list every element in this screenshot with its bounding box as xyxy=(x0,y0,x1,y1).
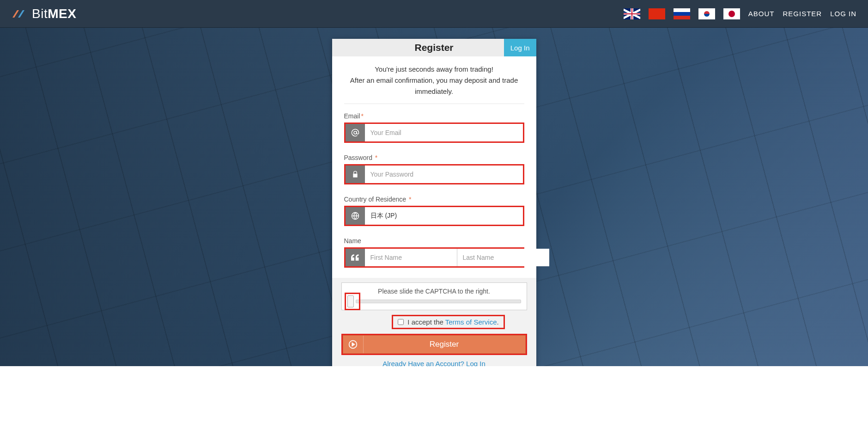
country-select[interactable] xyxy=(365,207,523,225)
nav-login[interactable]: LOG IN xyxy=(830,10,856,18)
intro-text: You're just seconds away from trading! A… xyxy=(344,64,524,104)
logo-mark-icon xyxy=(12,7,28,20)
tos-row: I accept the Terms of Service. xyxy=(392,315,504,329)
captcha-box: Please slide the CAPTCHA to the right. xyxy=(341,282,527,310)
already-link[interactable]: Already Have an Account? Log In xyxy=(382,360,486,366)
captcha-text: Please slide the CAPTCHA to the right. xyxy=(347,288,521,295)
play-circle-icon xyxy=(343,336,364,353)
flag-jp-icon[interactable] xyxy=(723,8,740,19)
nav-right: ABOUT REGISTER LOG IN xyxy=(624,8,856,19)
register-card: Register Log In You're just seconds away… xyxy=(332,39,536,366)
email-input[interactable] xyxy=(365,124,523,141)
logo[interactable]: BitMEX xyxy=(12,6,76,21)
quote-icon xyxy=(346,249,365,266)
country-label: Country of Residence * xyxy=(344,196,524,203)
lock-icon xyxy=(346,166,365,183)
tos-checkbox[interactable] xyxy=(398,319,404,325)
first-name-input[interactable] xyxy=(365,249,457,266)
flag-cn-icon[interactable] xyxy=(649,8,665,19)
flag-kr-icon[interactable] xyxy=(698,8,715,19)
flag-ru-icon[interactable] xyxy=(674,8,690,19)
email-label: Email* xyxy=(344,112,524,120)
register-button[interactable]: Register xyxy=(343,335,526,354)
svg-point-0 xyxy=(354,131,357,134)
hero-background: Register Log In You're just seconds away… xyxy=(0,28,868,366)
captcha-track xyxy=(356,300,521,303)
last-name-input[interactable] xyxy=(457,249,549,266)
name-label: Name xyxy=(344,237,524,245)
nav-register[interactable]: REGISTER xyxy=(783,10,822,18)
tos-link[interactable]: Terms of Service xyxy=(445,318,497,326)
tos-post: . xyxy=(497,318,498,326)
login-tab[interactable]: Log In xyxy=(504,39,536,56)
already-row: Already Have an Account? Log In xyxy=(341,360,527,366)
header: BitMEX ABOUT REGISTER LOG IN xyxy=(0,0,868,28)
captcha-slider-handle[interactable] xyxy=(347,295,354,307)
tos-pre: I accept the xyxy=(407,318,445,326)
at-icon xyxy=(346,124,365,141)
below-fold xyxy=(0,366,868,423)
password-label: Password * xyxy=(344,154,524,161)
register-button-label: Register xyxy=(364,340,525,349)
logo-text: BitMEX xyxy=(32,6,76,21)
card-header: Register Log In xyxy=(332,39,536,56)
password-input[interactable] xyxy=(365,166,523,183)
intro-line1: You're just seconds away from trading! xyxy=(344,64,524,75)
flag-uk-icon[interactable] xyxy=(624,8,640,19)
globe-icon xyxy=(346,207,365,225)
intro-line2: After an email confirmation, you may dep… xyxy=(344,75,524,97)
nav-about[interactable]: ABOUT xyxy=(748,10,775,18)
